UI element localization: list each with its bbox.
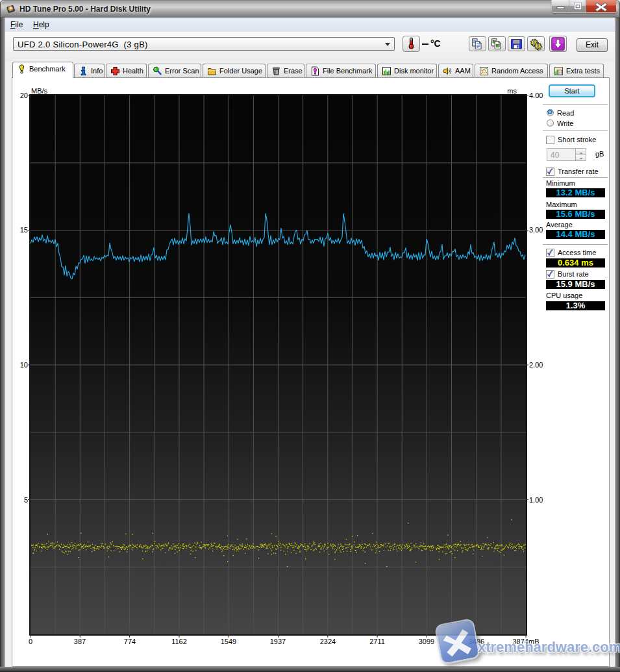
- svg-text:774: 774: [124, 638, 136, 645]
- svg-text:20: 20: [20, 92, 28, 99]
- svg-text:ms: ms: [507, 87, 517, 95]
- svg-text:4.00: 4.00: [529, 92, 543, 99]
- svg-text:1162: 1162: [171, 638, 187, 645]
- svg-text:0: 0: [29, 638, 32, 645]
- svg-text:3099: 3099: [419, 638, 434, 645]
- svg-text:3.00: 3.00: [529, 226, 543, 234]
- svg-text:387: 387: [74, 638, 86, 645]
- svg-text:2324: 2324: [320, 638, 336, 645]
- svg-text:1937: 1937: [270, 638, 286, 645]
- svg-text:2.00: 2.00: [529, 361, 543, 369]
- svg-text:5: 5: [24, 496, 28, 504]
- svg-text:3486: 3486: [469, 638, 484, 645]
- svg-text:10: 10: [20, 361, 28, 369]
- svg-text:15: 15: [20, 226, 28, 234]
- svg-text:1.00: 1.00: [529, 496, 543, 504]
- svg-text:3874mB: 3874mB: [513, 638, 539, 645]
- svg-text:1549: 1549: [221, 638, 236, 645]
- svg-text:2711: 2711: [369, 638, 385, 645]
- svg-text:MB/s: MB/s: [31, 87, 48, 95]
